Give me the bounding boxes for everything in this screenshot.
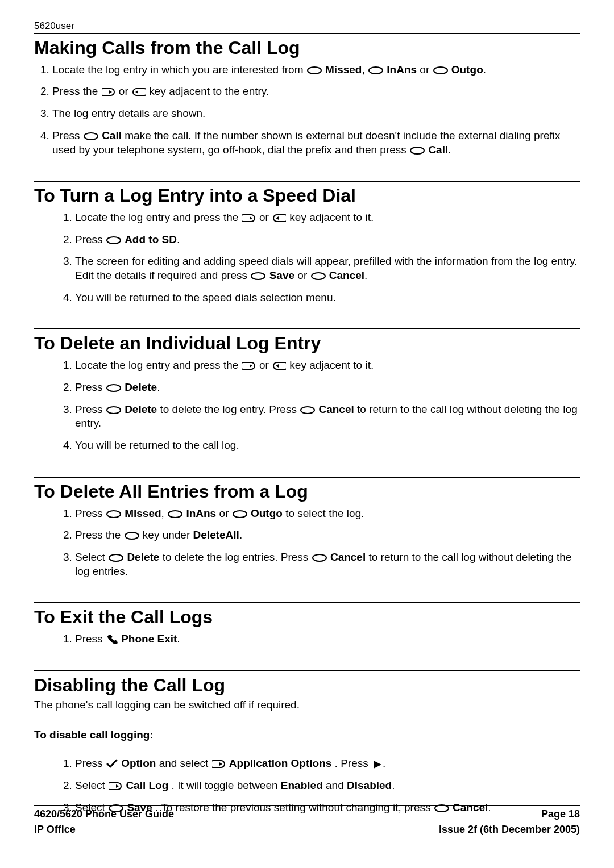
oval-key-icon [410,146,425,155]
oval-key-icon [125,531,139,540]
list-item: Press Delete to delete the log entry. Pr… [75,398,580,434]
disable-intro: The phone's call logging can be switched… [34,698,580,712]
heading-making-calls: Making Calls from the Call Log [34,37,580,59]
disable-subhead: To disable call logging: [34,729,580,741]
heading-disable: Disabling the Call Log [34,675,580,696]
footer-left-1: 4620/5620 Phone User Guide [34,807,174,821]
d-left-icon [272,214,286,223]
list-item: You will be returned to the call log. [75,434,580,456]
list-item: The screen for editing and adding speed … [75,250,580,286]
oval-key-icon [106,383,121,393]
list-item: Press the key under DeleteAll. [75,524,580,546]
page-footer: 4620/5620 Phone User Guide Page 18 IP Of… [34,805,580,836]
oval-key-icon [168,510,182,519]
separator [34,477,580,478]
delete-all-list: Press Missed, InAns or Outgo to select t… [34,502,580,582]
d-right-icon [109,782,122,791]
list-item: You will be returned to the speed dials … [75,286,580,308]
check-icon [106,758,118,769]
d-left-icon [132,87,146,97]
list-item: Locate the log entry in which you are in… [52,59,580,81]
separator [34,328,580,329]
list-item: Select Call Log . It will toggle between… [75,774,580,796]
footer-left-2: IP Office [34,823,76,836]
oval-key-icon [251,272,265,281]
oval-key-icon [109,553,123,562]
list-item: Select Delete to delete the log entries.… [75,546,580,582]
list-item: Press the or key adjacent to the entry. [52,80,580,102]
oval-key-icon [106,236,121,245]
list-item: Press Phone Exit. [75,628,580,650]
play-icon [372,760,382,769]
oval-key-icon [307,66,322,75]
list-item: Press Missed, InAns or Outgo to select t… [75,502,580,524]
delete-one-list: Locate the log entry and press the or ke… [34,354,580,456]
heading-speed-dial: To Turn a Log Entry into a Speed Dial [34,185,580,206]
making-calls-list: Locate the log entry in which you are in… [34,59,580,160]
oval-key-icon [233,510,247,519]
speed-dial-list: Locate the log entry and press the or ke… [34,206,580,308]
oval-key-icon [106,510,121,519]
list-item: Press Add to SD. [75,228,580,251]
separator [34,602,580,603]
heading-exit: To Exit the Call Logs [34,607,580,628]
list-item: Locate the log entry and press the or ke… [75,206,580,228]
list-item: Press Call make the call. If the number … [52,124,580,160]
oval-key-icon [84,132,98,141]
exit-list: Press Phone Exit. [34,628,580,650]
d-right-icon [212,760,226,769]
list-item: The log entry details are shown. [52,102,580,124]
heading-delete-one: To Delete an Individual Log Entry [34,333,580,354]
oval-key-icon [433,66,448,75]
oval-key-icon [368,66,383,75]
heading-delete-all: To Delete All Entries from a Log [34,481,580,502]
phone-icon [106,634,118,644]
oval-key-icon [106,406,121,415]
oval-key-icon [311,272,326,281]
separator [34,670,580,671]
d-right-icon [242,214,256,223]
footer-right-1: Page 18 [541,807,580,821]
footer-right-2: Issue 2f (6th December 2005) [439,823,580,836]
page: 5620user Making Calls from the Call Log … [0,0,614,868]
d-right-icon [102,87,115,97]
list-item: Press Option and select Application Opti… [75,752,580,774]
list-item: Locate the log entry and press the or ke… [75,354,580,376]
header-label: 5620user [34,20,580,34]
oval-key-icon [300,406,315,415]
oval-key-icon [312,553,327,562]
d-left-icon [272,361,286,370]
list-item: Press Delete. [75,376,580,398]
separator [34,181,580,182]
d-right-icon [242,361,256,370]
